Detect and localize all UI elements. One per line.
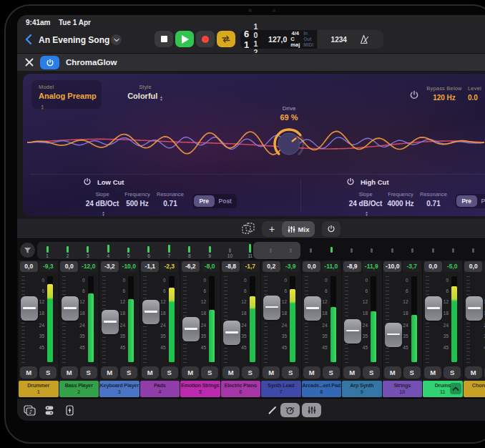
low-cut-power-icon[interactable] [83, 177, 92, 186]
overview-slot[interactable] [280, 242, 300, 259]
back-icon[interactable] [24, 33, 34, 46]
stop-button[interactable] [155, 31, 173, 47]
volume-value[interactable]: 0,2 [263, 261, 280, 272]
volume-value[interactable]: 0,0 [20, 261, 38, 272]
track-name-band[interactable]: Drums 11 [423, 381, 463, 397]
peak-value[interactable]: -11,9 [363, 261, 381, 272]
cycle-button[interactable] [217, 31, 235, 47]
copy-icon[interactable] [242, 223, 255, 235]
record-button[interactable] [196, 31, 215, 47]
lcd-display[interactable]: 6 1 1 0 1 2 127,0 4/4 C maj In Out MIDI [240, 30, 317, 49]
overview-slot[interactable] [321, 242, 341, 259]
fader-handle[interactable] [263, 296, 280, 320]
fader-handle[interactable] [21, 296, 38, 321]
fader-panel-icon[interactable] [63, 404, 76, 417]
peak-value[interactable]: -3,9 [282, 261, 300, 272]
overview-slot[interactable]: 6 [139, 242, 159, 259]
mute-button[interactable]: M [343, 366, 361, 379]
loops-browser-icon[interactable]: ♪ [23, 404, 36, 417]
close-icon[interactable] [24, 57, 34, 67]
track-name-band[interactable]: Chorus V [464, 381, 485, 397]
overview-slot[interactable] [260, 242, 280, 259]
volume-value[interactable]: 0,0 [464, 261, 482, 272]
high-cut-frequency[interactable]: Frequency 4000 Hz [385, 191, 416, 208]
track-name-band[interactable]: Bass Player 2 [59, 381, 99, 397]
fader-handle[interactable] [385, 323, 402, 347]
peak-value[interactable]: -5,0 [444, 261, 461, 272]
fader-handle[interactable] [102, 310, 119, 334]
bypass-power-icon[interactable] [409, 90, 419, 100]
solo-button[interactable]: S [363, 366, 380, 379]
solo-button[interactable]: S [323, 366, 340, 379]
filter-button[interactable] [20, 243, 35, 258]
mute-button[interactable]: M [222, 366, 240, 379]
solo-button[interactable]: S [403, 366, 421, 379]
overview-slot[interactable]: 7 [159, 242, 179, 259]
overview-slot[interactable] [362, 242, 382, 259]
volume-value[interactable]: 0,0 [303, 261, 320, 272]
post-button[interactable]: Post [215, 195, 236, 207]
track-name-band[interactable]: Strings 10 [383, 381, 423, 397]
metronome-icon[interactable] [360, 34, 370, 44]
track-name-band[interactable]: Electric Piano 6 [221, 381, 261, 397]
mute-button[interactable]: M [384, 366, 401, 379]
track-name-band[interactable]: Arp Synth 9 [342, 381, 382, 397]
mute-button[interactable]: M [182, 366, 199, 379]
mute-button[interactable]: M [465, 366, 482, 379]
controls-knob-button[interactable] [280, 403, 300, 417]
plugins-icon[interactable] [43, 404, 56, 417]
style-selector[interactable]: Style Colorful▲▼ [114, 84, 176, 102]
solo-button[interactable]: S [282, 366, 299, 379]
overview-slots[interactable]: 1234567891011 [37, 242, 484, 259]
volume-value[interactable]: -10,0 [383, 261, 401, 272]
play-button[interactable] [175, 31, 194, 47]
bypass-below-control[interactable]: Bypass Below 120 Hz [421, 85, 468, 102]
mute-button[interactable]: M [61, 366, 78, 379]
overview-slot[interactable]: 8 [180, 242, 200, 259]
fader-handle[interactable] [62, 296, 79, 321]
mute-button[interactable]: M [101, 366, 118, 379]
track-name-band[interactable]: Keyboard Player 3 [99, 381, 139, 397]
fader-handle[interactable] [223, 321, 240, 345]
low-cut-frequency[interactable]: Frequency 500 Hz [122, 191, 153, 208]
overview-slot[interactable] [423, 242, 443, 259]
mute-button[interactable]: M [303, 366, 320, 379]
peak-value[interactable]: -10,0 [120, 261, 138, 272]
high-cut-slope[interactable]: Slope 24 dB/Oct▲▼ [346, 191, 385, 216]
song-title[interactable]: An Evening Song [39, 35, 109, 45]
overview-slot[interactable]: 5 [118, 242, 138, 259]
fader-handle[interactable] [466, 296, 483, 321]
volume-value[interactable]: -6,2 [182, 261, 200, 272]
mix-button[interactable]: Mix [282, 221, 315, 237]
peak-value[interactable]: -9,3 [39, 261, 57, 272]
pre-button[interactable]: Pre [194, 195, 215, 207]
song-menu-button[interactable] [111, 34, 122, 45]
post-button[interactable]: Post [478, 195, 485, 207]
volume-value[interactable]: 0,0 [424, 261, 442, 272]
overview-slot[interactable]: 4 [98, 242, 118, 259]
peak-value[interactable]: -12,0 [79, 261, 97, 272]
overview-slot[interactable] [382, 242, 402, 259]
track-name-band[interactable]: Synth Lead 7 [261, 381, 301, 397]
solo-button[interactable]: S [120, 366, 137, 379]
drive-knob[interactable] [272, 127, 306, 161]
fader-handle[interactable] [142, 300, 160, 324]
overview-slot[interactable]: 2 [57, 242, 77, 259]
volume-value[interactable]: -8,9 [343, 261, 361, 272]
track-name-band[interactable]: Arcade...eet Pad 8 [302, 381, 342, 397]
mute-button[interactable]: M [142, 366, 159, 379]
solo-button[interactable]: S [161, 366, 178, 379]
add-button[interactable]: + [262, 221, 282, 237]
volume-value[interactable]: -3,2 [101, 261, 119, 272]
fader-handle[interactable] [182, 317, 200, 341]
fader-handle[interactable] [304, 296, 321, 321]
overview-slot[interactable] [341, 242, 361, 259]
count-in-button[interactable]: 1234 [331, 36, 347, 44]
volume-value[interactable]: 0,0 [60, 261, 78, 272]
solo-button[interactable]: S [39, 366, 57, 379]
volume-value[interactable]: -1,1 [141, 261, 159, 272]
solo-button[interactable]: S [80, 366, 97, 379]
edit-pencil-icon[interactable] [266, 404, 279, 417]
pre-button[interactable]: Pre [456, 195, 477, 207]
peak-value[interactable]: -2,3 [160, 261, 178, 272]
